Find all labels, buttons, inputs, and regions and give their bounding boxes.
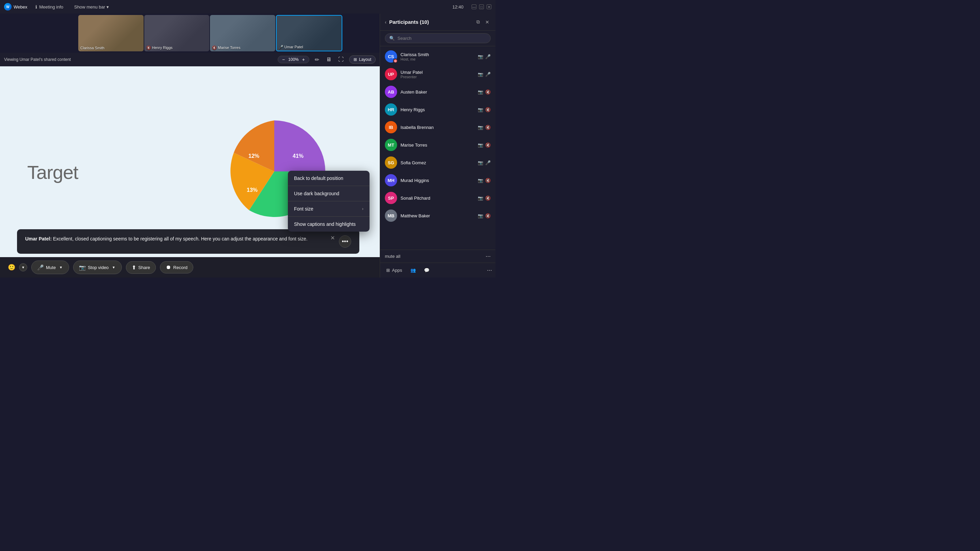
footer-more-button[interactable]: ··· bbox=[485, 253, 491, 260]
participant-item[interactable]: MT Marise Torres 📷 🔇 bbox=[380, 136, 495, 154]
camera-status-icon: 📷 bbox=[478, 72, 483, 77]
participant-info: Henry Riggs bbox=[401, 107, 474, 112]
share-icon: ⬆ bbox=[132, 264, 136, 271]
svg-text:12%: 12% bbox=[248, 153, 259, 159]
panel-header-buttons: ⧉ ✕ bbox=[475, 18, 491, 26]
screen-share-button[interactable]: 🖥 bbox=[325, 55, 333, 64]
chat-icon: 💬 bbox=[424, 268, 430, 273]
people-icon: 👥 bbox=[410, 268, 416, 273]
caption-more-button[interactable]: ••• bbox=[339, 235, 351, 248]
participant-item[interactable]: MB Matthew Baker 📷 🔇 bbox=[380, 207, 495, 224]
stop-video-button[interactable]: 📷 Stop video ▾ bbox=[73, 260, 122, 274]
search-input[interactable] bbox=[398, 36, 486, 41]
host-badge: H bbox=[393, 59, 398, 63]
participant-info: Marise Torres bbox=[401, 143, 474, 148]
participant-item[interactable]: AB Austen Baker 📷 🔇 bbox=[380, 83, 495, 101]
menu-item-dark-bg[interactable]: Use dark background bbox=[288, 186, 369, 201]
apps-button[interactable]: ⊞ Apps bbox=[383, 266, 405, 275]
participant-info: Matthew Baker bbox=[401, 213, 474, 218]
caption-close-button[interactable]: ✕ bbox=[331, 235, 335, 241]
camera-status-icon: 📷 bbox=[478, 160, 483, 165]
menu-item-show-captions[interactable]: Show captions and highlights bbox=[288, 217, 369, 232]
mic-off-icon: 🔇 bbox=[146, 46, 151, 50]
webex-logo-icon: W bbox=[4, 3, 11, 11]
avatar-initials: AB bbox=[388, 89, 395, 95]
participant-item[interactable]: SG Sofia Gomez 📷 🎤 bbox=[380, 154, 495, 171]
avatar-initials: MT bbox=[388, 143, 395, 148]
participant-item[interactable]: CS H Clarissa Smith Host, me 📷 🎤 bbox=[380, 48, 495, 65]
reaction-dropdown-button[interactable]: ▾ bbox=[19, 263, 27, 272]
panel-close-button[interactable]: ✕ bbox=[484, 18, 491, 26]
back-default-label: Back to default position bbox=[294, 176, 343, 181]
video-dropdown-icon[interactable]: ▾ bbox=[111, 264, 116, 271]
chat-button[interactable]: 💬 bbox=[421, 266, 432, 275]
avatar-initials: MB bbox=[388, 213, 395, 218]
layout-button[interactable]: ⊞ Layout bbox=[349, 56, 375, 64]
participants-icon-button[interactable]: 👥 bbox=[408, 266, 418, 275]
font-size-label: Font size bbox=[294, 206, 313, 211]
participant-info: Clarissa Smith Host, me bbox=[401, 52, 474, 61]
thumbnail-marise[interactable]: 🔇 Marise Torres bbox=[210, 15, 275, 51]
avatar: MH bbox=[385, 174, 397, 186]
mute-button[interactable]: 🎤 Mute ▾ bbox=[31, 260, 69, 274]
reaction-emoji-button[interactable]: 🙂 bbox=[5, 261, 18, 273]
record-icon: ⏺ bbox=[166, 264, 171, 270]
search-input-wrap: 🔍 bbox=[385, 33, 491, 43]
annotation-button[interactable]: ✏ bbox=[313, 55, 321, 64]
avatar: SG bbox=[385, 156, 397, 169]
participant-item[interactable]: UP Umar Patel Presenter 📷 🎤 bbox=[380, 65, 495, 83]
search-icon: 🔍 bbox=[389, 36, 395, 41]
close-button[interactable]: ✕ bbox=[487, 5, 492, 9]
apps-icon: ⊞ bbox=[386, 268, 390, 273]
thumbnail-clarissa[interactable]: Clarissa Smith bbox=[78, 15, 143, 51]
camera-status-icon: 📷 bbox=[478, 125, 483, 130]
participants-panel: ‹ Participants (10) ⧉ ✕ 🔍 CS H Clarissa … bbox=[380, 14, 495, 278]
participant-item[interactable]: MH Murad Higgins 📷 🔇 bbox=[380, 171, 495, 189]
participant-item[interactable]: IB Isabella Brennan 📷 🔇 bbox=[380, 118, 495, 136]
zoom-out-button[interactable]: − bbox=[282, 57, 285, 62]
share-button[interactable]: ⬆ Share bbox=[126, 261, 156, 274]
panel-footer: mute all ··· bbox=[380, 250, 495, 263]
show-menu-button[interactable]: Show menu bar ▾ bbox=[72, 3, 111, 11]
search-bar: 🔍 bbox=[380, 30, 495, 46]
marise-name: 🔇 Marise Torres bbox=[212, 46, 240, 50]
content-area: Target 41% 34% 13 bbox=[0, 66, 380, 278]
participant-name: Murad Higgins bbox=[401, 178, 474, 183]
menu-item-font-size[interactable]: Font size › bbox=[288, 202, 369, 216]
participant-item[interactable]: SP Sonali Pitchard 📷 🔇 bbox=[380, 189, 495, 207]
thumbnail-henry[interactable]: 🔇 Henry Riggs bbox=[144, 15, 210, 51]
mute-dropdown-icon[interactable]: ▾ bbox=[59, 264, 63, 271]
main-container: Clarissa Smith 🔇 Henry Riggs 🔇 Marise To… bbox=[0, 14, 495, 278]
thumbnail-umar[interactable]: 🎤 Umar Patel bbox=[276, 15, 343, 51]
layout-icon: ⊞ bbox=[353, 57, 357, 62]
participant-name: Sonali Pitchard bbox=[401, 195, 474, 201]
zoom-in-button[interactable]: + bbox=[301, 57, 305, 62]
clock: 12:40 bbox=[452, 5, 463, 10]
menu-item-back-default[interactable]: Back to default position bbox=[288, 171, 369, 186]
participant-info: Isabella Brennan bbox=[401, 125, 474, 130]
mic-status-icon: 🔇 bbox=[485, 213, 491, 218]
meeting-info-button[interactable]: ℹ Meeting info bbox=[33, 3, 66, 11]
mic-off-icon2: 🔇 bbox=[212, 46, 217, 50]
mic-status-icon: 🔇 bbox=[485, 143, 491, 148]
titlebar: W Webex ℹ Meeting info Show menu bar ▾ 1… bbox=[0, 0, 495, 14]
participant-name: Umar Patel bbox=[401, 70, 474, 75]
record-button[interactable]: ⏺ Record bbox=[160, 261, 193, 273]
camera-status-icon: 📷 bbox=[478, 107, 483, 112]
camera-status-icon: 📷 bbox=[478, 213, 483, 218]
mic-status-icon: 🔇 bbox=[485, 89, 491, 95]
panel-collapse-button[interactable]: ‹ bbox=[385, 19, 387, 25]
mute-all-button[interactable]: mute all bbox=[385, 254, 401, 259]
webex-logo: W Webex bbox=[4, 3, 27, 11]
avatar: SP bbox=[385, 192, 397, 204]
caption-speaker: Umar Patel: bbox=[25, 236, 53, 241]
app-buttons-more[interactable]: ··· bbox=[487, 267, 492, 274]
fullscreen-button[interactable]: ⛶ bbox=[337, 55, 345, 64]
chevron-down-icon: ▾ bbox=[107, 5, 109, 10]
participant-icons: 📷 🔇 bbox=[478, 195, 491, 201]
participant-info: Austen Baker bbox=[401, 89, 474, 95]
participant-item[interactable]: HR Henry Riggs 📷 🔇 bbox=[380, 101, 495, 118]
panel-popout-button[interactable]: ⧉ bbox=[475, 18, 481, 26]
minimize-button[interactable]: — bbox=[472, 5, 476, 9]
maximize-button[interactable]: □ bbox=[479, 5, 484, 9]
